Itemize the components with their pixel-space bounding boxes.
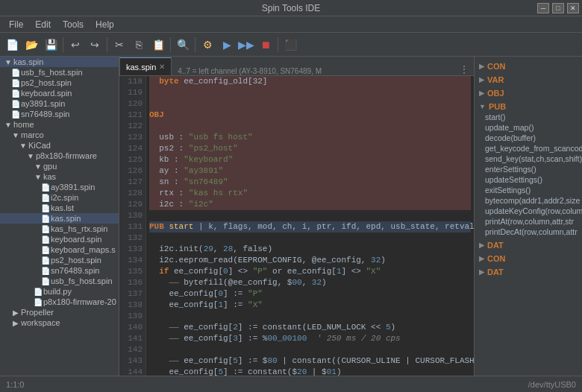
tree-expand-icon: ▼ — [3, 58, 13, 66]
tree-p8x180[interactable]: ▼ p8x180-firmware — [0, 151, 119, 161]
cut-button[interactable]: ✂ — [110, 36, 128, 54]
right-pub-item[interactable]: printAt(row,column,attr,str — [479, 216, 578, 227]
tree-label: Propeller — [21, 308, 54, 317]
right-pub-item[interactable]: exitSettings() — [479, 185, 578, 195]
tree-usb-2[interactable]: 📄 usb_fs_host.spin — [0, 276, 119, 286]
right-panel: ▶ CON ▶ VAR ▶ OBJ ▼ PUB start() update_m… — [474, 57, 582, 376]
code-line: i2c.init(29, 28, false) — [149, 244, 471, 255]
tree-label: usb_fs_host.spin — [51, 276, 113, 285]
right-dat-header[interactable]: ▶ DAT — [479, 240, 578, 250]
tab-label: kas.spin — [126, 63, 156, 72]
right-con-header[interactable]: ▶ CON — [479, 61, 578, 72]
code-line: OBJ — [149, 110, 471, 121]
right-pub-item[interactable]: updateKeyConfig(row,colum — [479, 206, 578, 216]
right-section-label: DAT — [487, 268, 504, 276]
tree-marco[interactable]: ▼ marco — [0, 130, 119, 140]
file-icon: 📄 — [10, 89, 21, 98]
tree-workspace[interactable]: ▶ workspace — [0, 317, 119, 328]
open-button[interactable]: 📂 — [22, 36, 40, 54]
right-pub-item[interactable]: get_keycode_from_scancode — [479, 143, 578, 154]
right-pub-item[interactable]: updateSettings() — [479, 174, 578, 185]
menu-file[interactable]: File — [3, 18, 29, 31]
maximize-button[interactable]: □ — [552, 3, 564, 13]
code-line: rtx : "kas hs rtx" — [149, 188, 471, 199]
right-pub-item[interactable]: enterSettings() — [479, 164, 578, 174]
close-button[interactable]: ✕ — [567, 3, 579, 13]
editor-tab-kas[interactable]: kas.spin ✕ — [119, 57, 172, 75]
tree-kas-hs[interactable]: 📄 kas_hs_rtx.spin — [0, 224, 119, 234]
new-file-button[interactable]: 📄 — [3, 36, 21, 54]
right-pub-item[interactable]: decode(buffer) — [479, 133, 578, 143]
line-num: 124 — [119, 143, 143, 154]
tree-home[interactable]: ▼ home — [0, 119, 119, 130]
run-term-button[interactable]: ▶▶ — [237, 36, 255, 54]
save-button[interactable]: 💾 — [42, 36, 60, 54]
tree-i2c[interactable]: 📄 i2c.spin — [0, 192, 119, 203]
code-content[interactable]: byte ee_config_old[32] OBJ usb : "usb fs… — [146, 76, 474, 376]
minimize-button[interactable]: ─ — [537, 3, 549, 13]
line-num: 123 — [119, 132, 143, 143]
tree-kas-folder[interactable]: ▼ kas — [0, 171, 119, 182]
file-icon: 📄 — [40, 277, 51, 285]
copy-button[interactable]: ⎘ — [130, 36, 148, 54]
tree-keyboard-2[interactable]: 📄 keyboard.spin — [0, 234, 119, 244]
tree-kas-spin[interactable]: ▼ kas.spin — [0, 57, 119, 67]
right-con2-header[interactable]: ▶ CON — [479, 253, 578, 264]
run-button[interactable]: ▶ — [218, 36, 236, 54]
file-icon: 📄 — [40, 183, 51, 192]
tree-kicad[interactable]: ▼ KiCad — [0, 140, 119, 151]
toolbar-sep5 — [278, 37, 278, 52]
file-icon: 📄 — [33, 298, 43, 306]
code-line — [149, 344, 471, 355]
right-section-label: DAT — [487, 241, 504, 250]
menu-edit[interactable]: Edit — [29, 18, 57, 31]
tree-ay3891[interactable]: 📄 ay3891.spin — [0, 98, 119, 109]
right-pub-header[interactable]: ▼ PUB — [479, 101, 578, 112]
right-dat-section: ▶ DAT — [475, 238, 582, 252]
tab-options-button[interactable]: ⋮ — [454, 63, 474, 75]
stop-button[interactable]: ⏹ — [257, 36, 275, 54]
code-line: ay : "ay3891" — [149, 165, 471, 177]
tree-kas-spin-2[interactable]: 📄 kas.spin — [0, 213, 119, 224]
file-tree: ▼ kas.spin 📄 usb_fs_host.spin 📄 ps2_host… — [0, 57, 119, 376]
tree-ay3891-2[interactable]: 📄 ay3891.spin — [0, 182, 119, 192]
file-icon: 📄 — [10, 79, 21, 87]
line-num: 131 — [119, 221, 143, 233]
right-obj-header[interactable]: ▶ OBJ — [479, 88, 578, 98]
terminal-button[interactable]: ⬛ — [281, 36, 299, 54]
code-editor[interactable]: 118 119 120 121 122 123 124 125 126 127 … — [119, 76, 474, 376]
file-icon: 📄 — [10, 110, 21, 118]
toolbar: 📄 📂 💾 ↩ ↪ ✂ ⎘ 📋 🔍 ⚙ ▶ ▶▶ ⏹ ⬛ — [0, 33, 582, 57]
redo-button[interactable]: ↪ — [86, 36, 104, 54]
right-var-header[interactable]: ▶ VAR — [479, 75, 578, 85]
right-section-label: OBJ — [487, 89, 504, 98]
undo-button[interactable]: ↩ — [66, 36, 84, 54]
right-dat2-header[interactable]: ▶ DAT — [479, 267, 578, 277]
tree-keyboard[interactable]: 📄 keyboard.spin — [0, 88, 119, 98]
menu-help[interactable]: Help — [90, 18, 120, 31]
tree-gpu[interactable]: ▼ gpu — [0, 161, 119, 171]
tree-p8x180-fw2[interactable]: 📄 p8x180-firmware-20 — [0, 297, 119, 307]
tree-ps2-host-2[interactable]: 📄 ps2_host.spin — [0, 255, 119, 265]
tree-ps2-host[interactable]: 📄 ps2_host.spin — [0, 78, 119, 88]
tree-kas-lst[interactable]: 📄 kas.lst — [0, 203, 119, 213]
right-pub-item[interactable]: update_map() — [479, 122, 578, 133]
find-button[interactable]: 🔍 — [174, 36, 192, 54]
tree-build-py[interactable]: 📄 build.py — [0, 286, 119, 297]
tree-propeller[interactable]: ▶ Propeller — [0, 307, 119, 317]
paste-button[interactable]: 📋 — [149, 36, 167, 54]
tree-sn76489-2[interactable]: 📄 sn76489.spin — [0, 265, 119, 276]
right-pub-item[interactable]: send_key(stat,ch,scan,shift) — [479, 154, 578, 164]
menu-tools[interactable]: Tools — [57, 18, 90, 31]
tab-close-button[interactable]: ✕ — [159, 63, 165, 71]
compile-button[interactable]: ⚙ — [198, 36, 216, 54]
tree-usb-fs-host[interactable]: 📄 usb_fs_host.spin — [0, 67, 119, 78]
tree-keyboard-maps[interactable]: 📄 keyboard_maps.s — [0, 244, 119, 255]
tree-sn76489[interactable]: 📄 sn76489.spin — [0, 109, 119, 119]
right-pub-item[interactable]: printDecAt(row,column,attr — [479, 227, 578, 237]
right-pub-item[interactable]: start() — [479, 112, 578, 122]
main-layout: ▼ kas.spin 📄 usb_fs_host.spin 📄 ps2_host… — [0, 57, 582, 376]
right-section-label: PUB — [489, 102, 506, 111]
right-arrow-icon: ▶ — [479, 268, 484, 276]
right-pub-item[interactable]: bytecomp(addr1,addr2,size — [479, 195, 578, 206]
